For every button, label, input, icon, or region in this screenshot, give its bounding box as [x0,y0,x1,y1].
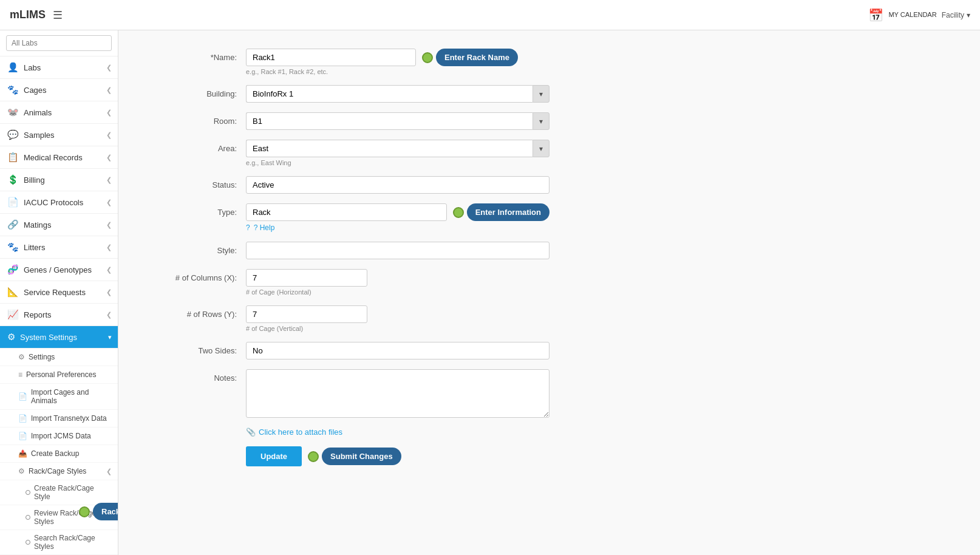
area-label: Area: [149,140,246,153]
room-select-wrap: ▾ [246,112,550,130]
facility-label: Facility [942,11,964,19]
status-input[interactable] [246,176,550,194]
sidebar-subitem-import-transnetyx[interactable]: 📄 Import Transnetyx Data [0,410,118,427]
building-dropdown-btn[interactable]: ▾ [533,85,550,103]
room-dropdown-btn[interactable]: ▾ [533,112,550,130]
litters-chevron-icon: ❮ [106,243,112,251]
help-link[interactable]: ? ? Help [246,223,550,232]
sidebar-subitem-settings[interactable]: ⚙ Settings [0,349,118,366]
sidebar-item-genes[interactable]: 🧬 Genes / Genotypes ❮ [0,259,118,281]
service-chevron-icon: ❮ [106,288,112,296]
name-label: *Name: [149,49,246,62]
calendar-icon: 📅 [868,8,883,22]
name-input[interactable] [246,49,416,66]
sidebar-subsubitem-review-rack-cage-styles[interactable]: Review Rack/Cage Styles Rack Styles Menu [0,505,118,530]
rack-cage-styles-sub-icon: ⚙ [18,467,25,475]
sidebar-search-wrap [0,30,118,56]
two-sides-field-wrap [246,342,550,359]
sidebar-item-medical-records[interactable]: 📋 Medical Records ❮ [0,146,118,169]
form-row-update: Update Submit Changes [149,446,950,466]
form-row-name: *Name: Enter Rack Name e.g., Rack #1, Ra… [149,49,950,75]
form-row-type: Type: Enter Information ? ? Help [149,203,950,232]
genes-chevron-icon: ❮ [106,266,112,274]
sidebar-subsubitem-search-rack-cage-styles[interactable]: Search Rack/Cage Styles [0,530,118,555]
form-row-room: Room: ▾ [149,112,950,130]
style-input[interactable] [246,242,550,259]
samples-icon: 💬 [7,129,19,140]
area-hint: e.g., East Wing [246,159,550,166]
type-input[interactable] [246,203,447,221]
sidebar-subsubitem-create-rack-cage-style[interactable]: Create Rack/Cage Style [0,480,118,505]
sidebar-label-iacuc: IACUC Protocols [24,198,83,207]
sidebar-label-litters: Litters [24,243,45,252]
building-select-wrap: ▾ [246,85,550,103]
building-input[interactable] [246,85,533,103]
sidebar-item-billing[interactable]: 💲 Billing ❮ [0,169,118,191]
area-select-wrap: ▾ [246,140,550,157]
columns-label: # of Columns (X): [149,269,246,282]
sidebar-item-animals[interactable]: 🐭 Animals ❮ [0,101,118,124]
sidebar-item-iacuc[interactable]: 📄 IACUC Protocols ❮ [0,191,118,214]
enter-rack-name-tooltip: Enter Rack Name [422,49,518,66]
sidebar-item-service[interactable]: 📐 Service Requests ❮ [0,281,118,304]
sidebar-sublabel-import-jcms: Import JCMS Data [31,432,91,440]
animals-icon: 🐭 [7,107,19,118]
settings-sub-icon: ⚙ [18,353,25,361]
notes-field-wrap [246,369,550,418]
rows-field-wrap: # of Cage (Vertical) [246,305,550,332]
matings-icon: 🔗 [7,219,19,230]
topbar-right: 📅 MY CALENDAR Facility ▾ [868,8,970,22]
attach-files-link[interactable]: 📎 Click here to attach files [246,427,342,437]
sidebar-subitem-rack-cage-styles[interactable]: ⚙ Rack/Cage Styles ❮ [0,463,118,480]
sidebar-subitem-personal-prefs[interactable]: ≡ Personal Preferences [0,366,118,384]
sidebar-item-system-settings[interactable]: ⚙ System Settings ▾ [0,326,118,349]
area-field-wrap: ▾ e.g., East Wing [246,140,550,166]
sidebar-subitem-import-jcms[interactable]: 📄 Import JCMS Data [0,427,118,445]
rows-input[interactable] [246,305,367,323]
my-calendar-label[interactable]: MY CALENDAR [888,11,936,19]
update-button[interactable]: Update [246,446,302,466]
paperclip-icon: 📎 [246,427,256,437]
room-input[interactable] [246,112,533,130]
facility-button[interactable]: Facility ▾ [942,11,970,19]
labs-chevron-icon: ❮ [106,64,112,72]
notes-textarea[interactable] [246,369,550,418]
submit-dot [308,451,319,462]
sidebar-item-samples[interactable]: 💬 Samples ❮ [0,124,118,146]
sidebar-item-litters[interactable]: 🐾 Litters ❮ [0,236,118,259]
sidebar-item-matings[interactable]: 🔗 Matings ❮ [0,214,118,236]
room-field-wrap: ▾ [246,112,550,130]
attach-text: Click here to attach files [259,427,342,437]
sidebar-item-labs[interactable]: 👤 Labs ❮ [0,56,118,79]
iacuc-icon: 📄 [7,197,19,208]
two-sides-input[interactable] [246,342,550,359]
form-row-columns: # of Columns (X): # of Cage (Horizontal) [149,269,950,296]
sidebar-item-cages[interactable]: 🐾 Cages ❮ [0,79,118,101]
rows-hint: # of Cage (Vertical) [246,325,550,332]
columns-input[interactable] [246,269,367,287]
style-label: Style: [149,242,246,255]
medical-records-icon: 📋 [7,152,19,163]
litters-icon: 🐾 [7,242,19,253]
enter-info-bubble: Enter Information [467,203,550,221]
sidebar-sublabel-settings: Settings [29,353,55,361]
sidebar-subitem-create-backup[interactable]: 📤 Create Backup [0,445,118,463]
import-transnetyx-sub-icon: 📄 [18,414,27,423]
sidebar-label-service: Service Requests [24,288,86,297]
area-dropdown-btn[interactable]: ▾ [533,140,550,157]
help-text: ? Help [254,223,275,232]
labs-icon: 👤 [7,62,19,73]
personal-prefs-sub-icon: ≡ [18,370,22,379]
import-cages-sub-icon: 📄 [18,392,27,401]
two-sides-label: Two Sides: [149,342,246,355]
system-settings-chevron-icon: ▾ [108,333,112,341]
lab-search-input[interactable] [6,35,112,51]
sidebar-item-reports[interactable]: 📈 Reports ❮ [0,304,118,326]
hamburger-icon[interactable]: ☰ [53,9,63,22]
sidebar-sublabel-personal-prefs: Personal Preferences [26,370,96,379]
cages-icon: 🐾 [7,84,19,95]
sidebar-subitem-import-cages[interactable]: 📄 Import Cages and Animals [0,384,118,410]
columns-field-wrap: # of Cage (Horizontal) [246,269,550,296]
rack-styles-menu-tooltip: Rack Styles Menu [79,503,118,520]
area-input[interactable] [246,140,533,157]
